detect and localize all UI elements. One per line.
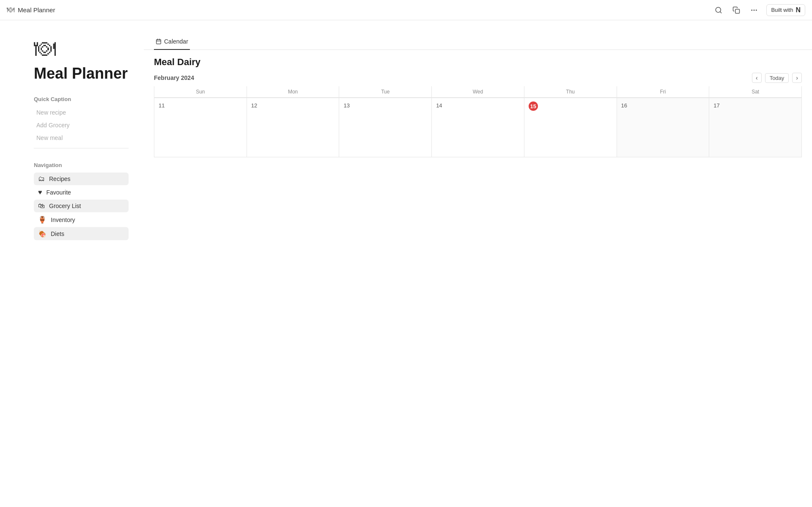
inventory-icon: 🏺 — [38, 216, 47, 224]
weekday-fri: Fri — [617, 86, 710, 98]
weekday-sat: Sat — [709, 86, 802, 98]
calendar-day-12[interactable]: 12 — [247, 98, 340, 157]
sidebar-item-diets[interactable]: 🍖 Diets — [34, 227, 129, 240]
recipes-label: Recipes — [49, 175, 71, 182]
svg-point-5 — [756, 10, 757, 11]
calendar-view-title: Meal Dairy — [154, 57, 802, 68]
quick-actions: New recipe Add Grocery New meal — [34, 107, 129, 148]
sidebar-item-favourite[interactable]: ♥ Favourite — [34, 186, 129, 199]
favourite-icon: ♥ — [38, 189, 42, 196]
page-emoji: 🍽 — [34, 37, 129, 59]
svg-point-3 — [752, 10, 752, 11]
day-number-12: 12 — [251, 102, 257, 109]
navigation: 🗂 Recipes ♥ Favourite 🛍 Grocery List 🏺 I… — [34, 173, 129, 240]
calendar-tab-label: Calendar — [164, 38, 188, 45]
new-meal-button[interactable]: New meal — [34, 133, 129, 143]
calendar-day-13[interactable]: 13 — [339, 98, 432, 157]
topbar-left: 🍽 Meal Planner — [7, 5, 55, 14]
calendar-nav: February 2024 ‹ Today › — [144, 71, 812, 86]
day-number-16: 16 — [621, 102, 627, 109]
grocery-label: Grocery List — [49, 203, 81, 209]
sidebar-item-inventory[interactable]: 🏺 Inventory — [34, 213, 129, 226]
built-with-button[interactable]: Built with N — [766, 4, 805, 16]
calendar-day-17[interactable]: 17 — [709, 98, 802, 157]
app-icon: 🍽 — [7, 5, 14, 14]
navigation-label: Navigation — [34, 162, 129, 168]
calendar-month-year: February 2024 — [154, 74, 194, 81]
new-recipe-button[interactable]: New recipe — [34, 107, 129, 118]
calendar-icon — [156, 38, 162, 44]
svg-point-4 — [754, 10, 755, 11]
weekday-wed: Wed — [432, 86, 524, 98]
calendar-weekdays: Sun Mon Tue Wed Thu Fri Sat — [154, 86, 802, 98]
sidebar-item-grocery-list[interactable]: 🛍 Grocery List — [34, 200, 129, 212]
weekday-sun: Sun — [154, 86, 247, 98]
calendar-day-15[interactable]: 15 — [524, 98, 617, 157]
more-options-button[interactable] — [749, 5, 760, 16]
svg-rect-6 — [156, 39, 161, 44]
calendar-day-11[interactable]: 11 — [154, 98, 247, 157]
calendar-tab[interactable]: Calendar — [154, 34, 190, 50]
built-with-label: Built with — [771, 7, 793, 13]
calendar-tab-bar: Calendar — [144, 34, 812, 50]
day-number-11: 11 — [159, 102, 165, 109]
duplicate-button[interactable] — [731, 5, 742, 16]
topbar-title: Meal Planner — [18, 6, 55, 14]
calendar-prev-button[interactable]: ‹ — [752, 73, 762, 83]
quick-caption-label: Quick Caption — [34, 96, 129, 102]
svg-line-1 — [720, 11, 721, 13]
weekday-mon: Mon — [247, 86, 340, 98]
day-number-15: 15 — [529, 101, 538, 111]
add-grocery-button[interactable]: Add Grocery — [34, 120, 129, 130]
calendar-day-14[interactable]: 14 — [432, 98, 524, 157]
diets-label: Diets — [51, 230, 64, 237]
calendar-nav-group: ‹ Today › — [752, 73, 802, 83]
calendar-grid: 11 12 13 14 15 16 17 — [154, 98, 802, 157]
main-layout: 🍽 Meal Planner Quick Caption New recipe … — [0, 20, 812, 507]
day-number-14: 14 — [436, 102, 442, 109]
topbar-right: Built with N — [713, 4, 805, 16]
calendar-next-button[interactable]: › — [792, 73, 802, 83]
left-panel: 🍽 Meal Planner Quick Caption New recipe … — [0, 20, 144, 507]
weekday-thu: Thu — [524, 86, 617, 98]
grocery-icon: 🛍 — [38, 202, 45, 210]
calendar-day-16[interactable]: 16 — [617, 98, 710, 157]
calendar-grid-wrapper: Sun Mon Tue Wed Thu Fri Sat 11 12 13 — [144, 86, 812, 507]
search-button[interactable] — [713, 5, 724, 16]
recipes-icon: 🗂 — [38, 175, 45, 183]
day-number-17: 17 — [713, 102, 719, 109]
day-number-13: 13 — [343, 102, 349, 109]
page-title: Meal Planner — [34, 64, 129, 82]
calendar-header: Meal Dairy — [144, 50, 812, 71]
topbar: 🍽 Meal Planner Built with N — [0, 0, 812, 20]
inventory-label: Inventory — [51, 217, 75, 223]
favourite-label: Favourite — [47, 189, 71, 196]
svg-rect-2 — [735, 9, 740, 13]
sidebar-item-recipes[interactable]: 🗂 Recipes — [34, 173, 129, 185]
right-panel: Calendar Meal Dairy February 2024 ‹ Toda… — [144, 20, 812, 507]
weekday-tue: Tue — [339, 86, 432, 98]
calendar-today-button[interactable]: Today — [765, 73, 789, 83]
diets-icon: 🍖 — [38, 230, 47, 238]
notion-icon: N — [796, 6, 801, 14]
